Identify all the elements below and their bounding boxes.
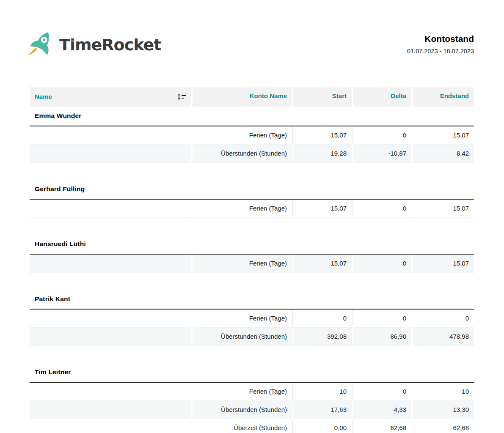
cell-endstand: 0 — [413, 310, 474, 328]
table-row: Überzeit (Stunden) 0,00 62,68 62,68 — [30, 419, 474, 433]
cell-delta: -10,87 — [353, 145, 411, 163]
report-date-range: 01.07.2023 - 18.07.2023 — [407, 48, 474, 55]
cell-endstand: 478,98 — [413, 328, 474, 346]
brand-name: TimeRocket — [59, 36, 161, 54]
table-row: Überstunden (Stunden) 392,08 86,90 478,9… — [30, 328, 474, 346]
table-body: Emma Wunder Ferien (Tage) 15,07 0 15,07 … — [30, 112, 474, 433]
table-header: Name Konto Name Start Delta Endstand — [30, 87, 474, 107]
cell-start: 15,07 — [293, 200, 352, 218]
cell-name — [30, 255, 191, 273]
employee-name: Patrik Kant — [35, 295, 474, 303]
cell-konto-name: Überzeit (Stunden) — [193, 419, 292, 433]
cell-name — [30, 200, 191, 218]
column-header-delta: Delta — [353, 87, 411, 107]
cell-endstand: 15,07 — [413, 126, 474, 145]
employee-section: Gerhard Fülling Ferien (Tage) 15,07 0 15… — [30, 185, 474, 218]
employee-section: Hansruedi Lüthi Ferien (Tage) 15,07 0 15… — [30, 240, 474, 273]
table-row: Ferien (Tage) 15,07 0 15,07 — [30, 126, 474, 145]
table-row: Ferien (Tage) 0 0 0 — [30, 310, 474, 328]
employee-section: Emma Wunder Ferien (Tage) 15,07 0 15,07 … — [30, 112, 474, 163]
table-row: Überstunden (Stunden) 19,28 -10,87 8,42 — [30, 145, 474, 163]
cell-delta: 0 — [353, 255, 411, 273]
cell-delta: 0 — [353, 126, 411, 145]
cell-name — [30, 401, 191, 419]
cell-konto-name: Überstunden (Stunden) — [193, 145, 292, 163]
cell-name — [30, 383, 191, 401]
cell-delta: 86,90 — [353, 328, 411, 346]
cell-endstand: 62,68 — [413, 419, 474, 433]
column-header-konto-name: Konto Name — [193, 87, 292, 107]
employee-header: Tim Leitner — [30, 368, 474, 383]
report-title: Kontostand — [407, 34, 474, 44]
report-header: TimeRocket Kontostand 01.07.2023 - 18.07… — [30, 0, 474, 62]
employee-header: Hansruedi Lüthi — [30, 240, 474, 255]
employee-section: Tim Leitner Ferien (Tage) 10 0 10 Überst… — [30, 368, 474, 433]
cell-delta: 62,68 — [353, 419, 411, 433]
cell-start: 392,08 — [293, 328, 352, 346]
cell-name — [30, 145, 191, 163]
cell-name — [30, 328, 191, 346]
employee-rows: Ferien (Tage) 15,07 0 15,07 Überstunden … — [30, 126, 474, 163]
cell-konto-name: Ferien (Tage) — [193, 200, 292, 218]
cell-endstand: 8,42 — [413, 145, 474, 163]
sort-icon[interactable] — [177, 93, 186, 101]
employee-header: Emma Wunder — [30, 112, 474, 126]
column-header-endstand: Endstand — [413, 87, 474, 107]
cell-name — [30, 310, 191, 328]
cell-start: 17,63 — [293, 401, 352, 419]
cell-start: 0,00 — [293, 419, 352, 433]
brand-logo: TimeRocket — [25, 29, 161, 62]
employee-section: Patrik Kant Ferien (Tage) 0 0 0 Überstun… — [30, 295, 474, 346]
cell-konto-name: Ferien (Tage) — [193, 126, 292, 145]
cell-start: 15,07 — [293, 255, 352, 273]
cell-konto-name: Überstunden (Stunden) — [193, 328, 292, 346]
employee-name: Tim Leitner — [35, 368, 474, 376]
column-header-name: Name — [30, 87, 191, 107]
employee-header: Gerhard Fülling — [30, 185, 474, 200]
cell-endstand: 15,07 — [413, 200, 474, 218]
cell-konto-name: Überstunden (Stunden) — [193, 401, 292, 419]
column-header-name-label: Name — [35, 93, 52, 100]
cell-konto-name: Ferien (Tage) — [193, 255, 292, 273]
cell-endstand: 13,30 — [413, 401, 474, 419]
cell-start: 0 — [293, 310, 352, 328]
cell-start: 19,28 — [293, 145, 352, 163]
table-row: Überstunden (Stunden) 17,63 -4,33 13,30 — [30, 401, 474, 419]
cell-endstand: 10 — [413, 383, 474, 401]
cell-delta: 0 — [353, 383, 411, 401]
cell-name — [30, 126, 191, 145]
employee-name: Emma Wunder — [35, 112, 474, 120]
employee-name: Hansruedi Lüthi — [35, 240, 474, 248]
employee-rows: Ferien (Tage) 0 0 0 Überstunden (Stunden… — [30, 310, 474, 346]
rocket-icon — [25, 29, 58, 62]
employee-header: Patrik Kant — [30, 295, 474, 310]
cell-start: 10 — [293, 383, 352, 401]
employee-rows: Ferien (Tage) 10 0 10 Überstunden (Stund… — [30, 383, 474, 433]
cell-delta: 0 — [353, 310, 411, 328]
report-page: TimeRocket Kontostand 01.07.2023 - 18.07… — [0, 0, 504, 433]
table-row: Ferien (Tage) 10 0 10 — [30, 383, 474, 401]
cell-konto-name: Ferien (Tage) — [193, 310, 292, 328]
table-row: Ferien (Tage) 15,07 0 15,07 — [30, 255, 474, 273]
cell-delta: 0 — [353, 200, 411, 218]
employee-rows: Ferien (Tage) 15,07 0 15,07 — [30, 255, 474, 273]
cell-start: 15,07 — [293, 126, 352, 145]
cell-delta: -4,33 — [353, 401, 411, 419]
employee-rows: Ferien (Tage) 15,07 0 15,07 — [30, 200, 474, 218]
report-meta: Kontostand 01.07.2023 - 18.07.2023 — [407, 34, 474, 55]
table-row: Ferien (Tage) 15,07 0 15,07 — [30, 200, 474, 218]
cell-endstand: 15,07 — [413, 255, 474, 273]
column-header-start: Start — [293, 87, 352, 107]
employee-name: Gerhard Fülling — [35, 185, 474, 193]
cell-konto-name: Ferien (Tage) — [193, 383, 292, 401]
cell-name — [30, 419, 191, 433]
